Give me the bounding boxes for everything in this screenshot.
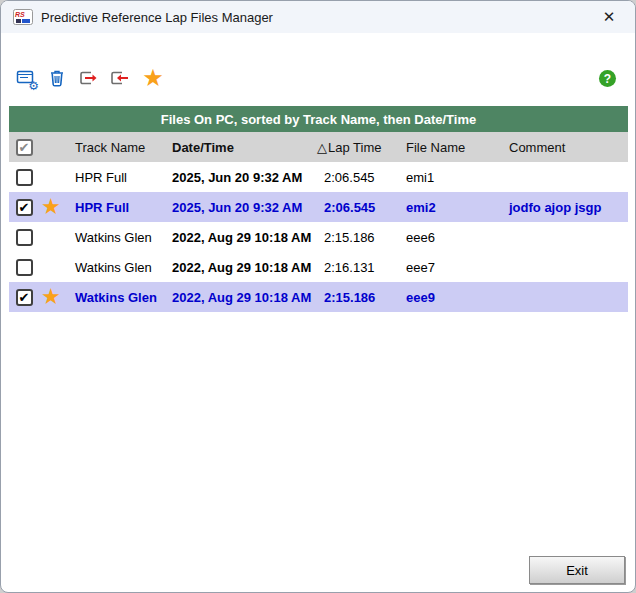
date-time-cell: 2025, Jun 20 9:32 AM — [169, 170, 315, 185]
lap-time-cell: 2:06.545 — [315, 200, 403, 215]
comment-header[interactable]: Comment — [507, 140, 628, 155]
file-name-header[interactable]: File Name — [403, 140, 507, 155]
date-time-cell: 2022, Aug 29 10:18 AM — [169, 260, 315, 275]
svg-text:RS: RS — [15, 11, 25, 18]
title-bar: RS Predictive Reference Lap Files Manage… — [1, 1, 635, 33]
row-checkbox[interactable] — [16, 169, 33, 186]
lap-time-cell: 2:16.131 — [315, 260, 403, 275]
gear-icon: ⚙ — [28, 80, 39, 92]
track-name-cell: Watkins Glen — [69, 260, 169, 275]
lap-time-cell: 2:15.186 — [315, 290, 403, 305]
row-checkbox[interactable] — [16, 229, 33, 246]
help-icon[interactable]: ? — [599, 70, 616, 87]
track-name-cell: HPR Full — [69, 170, 169, 185]
table-row[interactable]: ✔ ★ HPR Full 2025, Jun 20 9:32 AM 2:06.5… — [9, 192, 628, 222]
star-icon: ★ — [142, 66, 164, 90]
table-banner: Files On PC, sorted by Track Name, then … — [9, 106, 628, 132]
track-name-cell: Watkins Glen — [69, 230, 169, 245]
favorite-button[interactable]: ★ — [142, 66, 164, 90]
trash-icon — [48, 68, 66, 88]
table-header-row: ✔ Track Name Date/Time △Lap Time File Na… — [9, 132, 628, 162]
table-row[interactable]: ✔ ★ Watkins Glen 2022, Aug 29 10:18 AM 2… — [9, 282, 628, 312]
row-checkbox[interactable]: ✔ — [16, 199, 33, 216]
file-name-cell: emi1 — [403, 170, 507, 185]
favorite-star-icon: ★ — [41, 196, 61, 218]
table-row[interactable]: HPR Full 2025, Jun 20 9:32 AM 2:06.545 e… — [9, 162, 628, 192]
close-icon[interactable]: ✕ — [591, 2, 627, 32]
track-name-header[interactable]: Track Name — [69, 140, 169, 155]
lap-time-cell: 2:15.186 — [315, 230, 403, 245]
favorite-star-icon: ★ — [41, 286, 61, 308]
comment-cell: jodfo ajop jsgp — [507, 200, 628, 215]
row-checkbox[interactable] — [16, 259, 33, 276]
file-name-cell: eee9 — [403, 290, 507, 305]
track-name-cell: HPR Full — [69, 200, 169, 215]
delete-button[interactable] — [46, 66, 68, 90]
file-name-cell: eee7 — [403, 260, 507, 275]
delta-icon: △ — [317, 140, 327, 155]
date-time-cell: 2022, Aug 29 10:18 AM — [169, 230, 315, 245]
date-time-cell: 2025, Jun 20 9:32 AM — [169, 200, 315, 215]
table-row[interactable]: Watkins Glen 2022, Aug 29 10:18 AM 2:15.… — [9, 222, 628, 252]
exit-button[interactable]: Exit — [529, 556, 625, 584]
file-name-cell: eee6 — [403, 230, 507, 245]
window-title: Predictive Reference Lap Files Manager — [41, 10, 273, 25]
table-row[interactable]: Watkins Glen 2022, Aug 29 10:18 AM 2:16.… — [9, 252, 628, 282]
file-table: Files On PC, sorted by Track Name, then … — [9, 106, 628, 312]
lap-time-cell: 2:06.545 — [315, 170, 403, 185]
export-icon — [77, 68, 99, 88]
manage-list-button[interactable]: ⚙ — [15, 66, 37, 90]
import-button[interactable] — [108, 66, 130, 90]
file-name-cell: emi2 — [403, 200, 507, 215]
table-body: HPR Full 2025, Jun 20 9:32 AM 2:06.545 e… — [9, 162, 628, 312]
app-icon: RS — [13, 9, 33, 25]
lap-time-header[interactable]: △Lap Time — [315, 140, 403, 155]
toolbar: ⚙ — [1, 63, 635, 93]
dialog-window: RS Predictive Reference Lap Files Manage… — [0, 0, 636, 593]
import-icon — [108, 68, 130, 88]
export-button[interactable] — [77, 66, 99, 90]
select-all-checkbox[interactable]: ✔ — [16, 139, 33, 156]
track-name-cell: Watkins Glen — [69, 290, 169, 305]
row-checkbox[interactable]: ✔ — [16, 289, 33, 306]
date-time-header[interactable]: Date/Time — [169, 140, 315, 155]
date-time-cell: 2022, Aug 29 10:18 AM — [169, 290, 315, 305]
